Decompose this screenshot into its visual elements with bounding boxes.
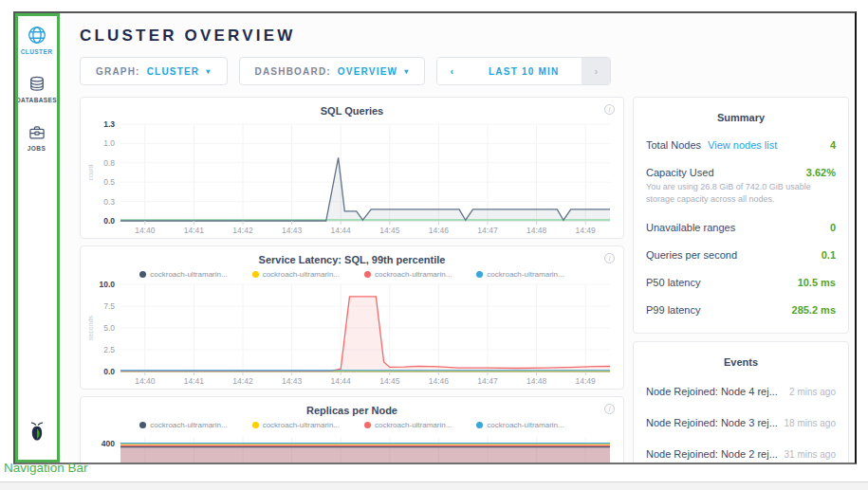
chart-card-sql-queries: SQL Queries i 0.00.30.50.81.01.314:4014:…: [80, 97, 624, 239]
summary-value: 10.5 ms: [798, 277, 836, 288]
legend-dot: [252, 271, 259, 278]
svg-text:14:48: 14:48: [526, 376, 547, 386]
chart-card-replicas: Replicas per Node i cockroach-ultramarin…: [80, 396, 624, 463]
summary-label: Unavailable ranges: [646, 222, 735, 233]
svg-text:0.8: 0.8: [103, 158, 115, 168]
summary-label: Total Nodes: [646, 139, 701, 151]
summary-label: P50 latency: [646, 277, 700, 288]
legend-label: cockroach-ultramarin...: [150, 270, 227, 279]
legend-dot: [364, 422, 371, 428]
svg-text:14:43: 14:43: [282, 226, 303, 235]
svg-text:14:41: 14:41: [184, 226, 205, 235]
chart-card-service-latency: Service Latency: SQL, 99th percentile i …: [80, 245, 624, 390]
svg-text:14:45: 14:45: [379, 376, 400, 386]
content-area: SQL Queries i 0.00.30.50.81.01.314:4014:…: [80, 97, 849, 463]
right-column: Summary Total Nodes View nodes list 4 Ca…: [633, 97, 849, 463]
chart-legend: cockroach-ultramarin... cockroach-ultram…: [86, 270, 618, 279]
database-icon: [28, 75, 46, 94]
sidebar-item-label: DATABASES: [16, 97, 57, 103]
events-panel: Events Node Rejoined: Node 4 rej... 2 mi…: [633, 341, 849, 463]
svg-text:count: count: [87, 164, 94, 180]
svg-text:14:47: 14:47: [477, 376, 498, 386]
event-row: Node Rejoined: Node 4 rej... 2 mins ago: [646, 375, 836, 407]
svg-text:14:42: 14:42: [232, 376, 253, 386]
summary-panel: Summary Total Nodes View nodes list 4 Ca…: [633, 97, 849, 334]
events-title: Events: [646, 356, 836, 368]
legend-label: cockroach-ultramarin...: [150, 421, 227, 429]
legend-dot: [252, 422, 259, 428]
svg-text:14:44: 14:44: [331, 376, 352, 386]
page: CLUSTER DATABASES: [0, 0, 868, 490]
summary-value: 285.2 ms: [792, 304, 836, 316]
event-time: 31 mins ago: [785, 449, 836, 460]
service-latency-chart[interactable]: 0.02.55.07.510.014:4014:4114:4214:4314:4…: [86, 281, 618, 387]
sql-queries-chart[interactable]: 0.00.30.50.81.01.314:4014:4114:4214:4314…: [86, 118, 618, 236]
svg-text:10.0: 10.0: [99, 281, 115, 289]
cockroach-logo[interactable]: [25, 419, 49, 449]
svg-text:0.3: 0.3: [103, 197, 115, 207]
bottom-strip: [0, 481, 868, 490]
sidebar-item-databases[interactable]: DATABASES: [16, 75, 57, 103]
event-time: 2 mins ago: [789, 387, 836, 397]
briefcase-icon: [28, 123, 46, 142]
svg-text:0.0: 0.0: [103, 216, 115, 226]
event-text: Node Rejoined: Node 4 rej...: [646, 386, 778, 397]
dashboard-dropdown[interactable]: DASHBOARD: OVERVIEW ▾: [239, 57, 426, 85]
legend-dot: [476, 271, 483, 278]
event-text: Node Rejoined: Node 2 rej...: [646, 448, 778, 460]
time-range-selector: ‹ LAST 10 MIN ›: [436, 57, 611, 85]
summary-value: 0.1: [822, 249, 836, 261]
legend-dot: [364, 271, 371, 278]
time-prev-button[interactable]: ‹: [437, 58, 466, 84]
legend-label: cockroach-ultramarin...: [375, 270, 452, 279]
time-next-button[interactable]: ›: [582, 58, 610, 84]
capacity-note: You are using 26.8 GiB of 742.0 GiB usab…: [646, 181, 836, 206]
globe-icon: [27, 25, 47, 45]
legend-item: cockroach-ultramarin...: [476, 421, 563, 429]
svg-text:0.5: 0.5: [103, 177, 115, 187]
svg-text:7.5: 7.5: [103, 301, 115, 311]
summary-row-p50-latency: P50 latency 10.5 ms: [646, 268, 836, 296]
info-icon[interactable]: i: [604, 404, 615, 414]
summary-value: 0: [830, 222, 836, 233]
svg-text:14:40: 14:40: [135, 376, 156, 386]
summary-row-total-nodes: Total Nodes View nodes list 4: [646, 131, 836, 158]
event-row: Node Rejoined: Node 3 rej... 18 mins ago: [646, 407, 836, 438]
graph-dropdown-label: GRAPH:: [96, 66, 140, 77]
svg-text:14:49: 14:49: [576, 226, 597, 235]
graph-dropdown-value: CLUSTER: [147, 66, 200, 77]
summary-title: Summary: [646, 112, 836, 123]
time-range-button[interactable]: LAST 10 MIN: [466, 58, 582, 84]
summary-row-queries-per-second: Queries per second 0.1: [646, 241, 836, 268]
legend-label: cockroach-ultramarin...: [487, 270, 563, 279]
summary-row-unavailable-ranges: Unavailable ranges 0: [646, 213, 836, 241]
page-title: CLUSTER OVERVIEW: [80, 27, 849, 45]
replicas-per-node-chart[interactable]: 400: [86, 431, 618, 463]
summary-label: Queries per second: [646, 249, 737, 261]
summary-label: P99 latency: [646, 304, 700, 316]
event-row: Node Rejoined: Node 2 rej... 31 mins ago: [646, 438, 836, 463]
chart-title: Replicas per Node: [86, 405, 618, 416]
sidebar-item-jobs[interactable]: JOBS: [28, 123, 46, 152]
sidebar-item-cluster[interactable]: CLUSTER: [21, 25, 53, 55]
info-icon[interactable]: i: [604, 253, 615, 263]
svg-text:14:48: 14:48: [526, 226, 547, 235]
svg-text:1.3: 1.3: [103, 119, 115, 129]
svg-text:14:49: 14:49: [576, 376, 597, 386]
legend-label: cockroach-ultramarin...: [375, 421, 452, 429]
legend-label: cockroach-ultramarin...: [263, 421, 340, 429]
graph-dropdown[interactable]: GRAPH: CLUSTER ▾: [80, 57, 228, 85]
svg-text:14:43: 14:43: [282, 376, 303, 386]
dashboard-dropdown-label: DASHBOARD:: [255, 66, 331, 77]
svg-text:5.0: 5.0: [103, 323, 115, 333]
svg-text:seconds: seconds: [87, 315, 94, 340]
svg-text:14:45: 14:45: [379, 226, 400, 235]
legend-label: cockroach-ultramarin...: [487, 421, 563, 429]
svg-text:14:41: 14:41: [184, 376, 205, 386]
info-icon[interactable]: i: [604, 104, 615, 115]
summary-row-capacity-used: Capacity Used 3.62% You are using 26.8 G…: [646, 158, 836, 213]
legend-dot: [139, 271, 146, 278]
event-time: 18 mins ago: [785, 418, 836, 428]
view-nodes-link[interactable]: View nodes list: [708, 139, 777, 151]
charts-column: SQL Queries i 0.00.30.50.81.01.314:4014:…: [80, 97, 624, 463]
